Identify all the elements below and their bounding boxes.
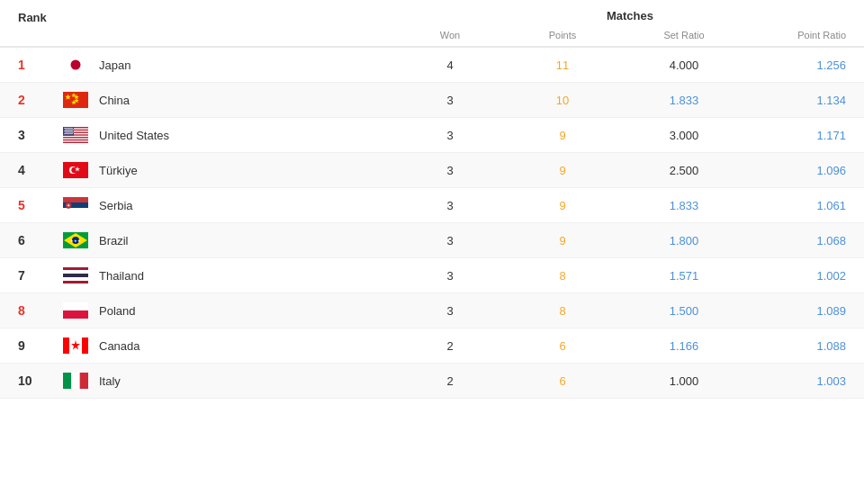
country-cell: Japan xyxy=(54,57,396,73)
table-row: 8 Poland 3 8 1.500 1.089 xyxy=(0,293,864,328)
svg-rect-63 xyxy=(82,338,88,354)
won-cell: 3 xyxy=(396,129,504,142)
svg-point-32 xyxy=(67,131,68,132)
won-header: Won xyxy=(440,30,460,40)
points-header: Points xyxy=(549,30,577,40)
svg-point-36 xyxy=(64,133,65,134)
table-row: 3 xyxy=(0,118,864,153)
svg-point-22 xyxy=(67,129,68,130)
point-ratio-cell: 1.089 xyxy=(747,304,864,318)
won-cell: 3 xyxy=(396,199,504,212)
country-name: Japan xyxy=(99,58,130,72)
svg-rect-59 xyxy=(63,302,88,310)
svg-point-37 xyxy=(66,133,67,134)
rank-cell: 10 xyxy=(0,374,54,388)
set-ratio-cell: 1.833 xyxy=(621,199,747,212)
country-cell: Thailand xyxy=(54,267,396,284)
point-ratio-cell: 1.088 xyxy=(747,339,864,353)
points-cell: 9 xyxy=(504,234,621,248)
set-ratio-cell: 2.500 xyxy=(621,164,747,177)
country-cell: Canada xyxy=(54,338,396,354)
svg-rect-65 xyxy=(63,373,71,389)
point-ratio-cell: 1.003 xyxy=(747,374,864,388)
svg-rect-47 xyxy=(63,208,88,213)
point-ratio-cell: 1.096 xyxy=(747,164,864,177)
svg-rect-62 xyxy=(63,338,69,354)
table-row: 6 ★★★ Brazil 3 9 1.800 1.068 xyxy=(0,223,864,258)
point-ratio-cell: 1.061 xyxy=(747,199,864,212)
svg-point-40 xyxy=(71,133,72,134)
svg-point-38 xyxy=(68,133,68,134)
table-row: 2 China 3 10 1.833 1.134 xyxy=(0,83,864,118)
svg-point-24 xyxy=(70,129,71,130)
flag-th xyxy=(63,267,88,284)
country-name: Poland xyxy=(99,304,135,318)
svg-point-35 xyxy=(72,131,73,132)
point-ratio-cell: 1.171 xyxy=(747,129,864,142)
country-cell: Poland xyxy=(54,302,396,319)
svg-point-16 xyxy=(64,128,65,129)
rank-cell: 3 xyxy=(0,128,54,142)
svg-point-18 xyxy=(68,128,68,129)
svg-rect-14 xyxy=(63,140,88,141)
won-cell: 2 xyxy=(396,374,504,388)
rank-cell: 4 xyxy=(0,163,54,177)
svg-point-31 xyxy=(65,131,66,132)
svg-point-29 xyxy=(69,130,70,131)
table-row: 1 Japan 4 11 4.000 1.256 xyxy=(0,48,864,83)
table-row: 4 Türkiye 3 9 2.500 1.096 xyxy=(0,153,864,188)
set-ratio-header: Set Ratio xyxy=(663,30,704,40)
svg-point-28 xyxy=(68,130,68,131)
svg-point-34 xyxy=(70,131,71,132)
won-cell: 2 xyxy=(396,339,504,353)
points-cell: 11 xyxy=(504,58,621,72)
points-cell: 8 xyxy=(504,304,621,318)
rank-cell: 9 xyxy=(0,338,54,353)
points-cell: 9 xyxy=(504,199,621,212)
set-ratio-cell: 1.571 xyxy=(621,269,747,283)
rank-cell: 6 xyxy=(0,233,54,248)
won-cell: 3 xyxy=(396,269,504,283)
matches-header: Matches xyxy=(607,9,653,22)
won-cell: 3 xyxy=(396,304,504,318)
svg-point-21 xyxy=(65,129,66,130)
points-cell: 6 xyxy=(504,374,621,388)
rank-cell: 2 xyxy=(0,93,54,107)
svg-text:✦: ✦ xyxy=(67,202,70,208)
won-cell: 3 xyxy=(396,94,504,107)
rank-cell: 5 xyxy=(0,198,54,212)
flag-pl xyxy=(63,302,88,319)
svg-point-30 xyxy=(71,130,72,131)
flag-jp xyxy=(63,57,88,73)
table-row: 10 Italy 2 6 1.000 1.003 xyxy=(0,364,864,399)
won-cell: 4 xyxy=(396,58,504,72)
flag-cn xyxy=(63,92,88,108)
country-name: Italy xyxy=(99,374,121,388)
rank-header: Rank xyxy=(18,11,47,24)
rank-cell: 7 xyxy=(0,268,54,283)
points-cell: 10 xyxy=(504,94,621,107)
svg-point-23 xyxy=(68,129,69,130)
svg-point-39 xyxy=(69,133,70,134)
svg-rect-67 xyxy=(80,373,88,389)
rank-cell: 8 xyxy=(0,303,54,318)
flag-rs: ✦ xyxy=(63,197,88,213)
country-name: China xyxy=(99,94,130,107)
svg-point-25 xyxy=(72,129,73,130)
table-row: 5 ✦ Serbia 3 9 1.833 1.061 xyxy=(0,188,864,223)
svg-rect-60 xyxy=(63,310,88,319)
points-cell: 9 xyxy=(504,129,621,142)
set-ratio-cell: 4.000 xyxy=(621,58,747,72)
table-row: 7 Thailand 3 8 1.571 1.002 xyxy=(0,258,864,293)
country-name: Serbia xyxy=(99,199,133,212)
svg-point-27 xyxy=(66,130,67,131)
svg-rect-58 xyxy=(63,277,88,281)
svg-rect-56 xyxy=(63,270,88,274)
svg-point-1 xyxy=(71,60,81,70)
set-ratio-cell: 3.000 xyxy=(621,129,747,142)
svg-point-19 xyxy=(69,128,70,129)
point-ratio-header: Point Ratio xyxy=(797,30,846,40)
svg-point-17 xyxy=(66,128,67,129)
flag-ca xyxy=(63,338,88,354)
rankings-table: Rank Matches Won Points Set Ratio Point … xyxy=(0,0,864,399)
